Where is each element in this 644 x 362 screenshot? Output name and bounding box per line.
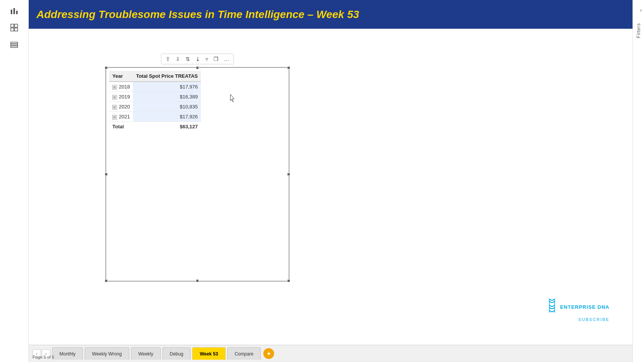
sort-asc-icon[interactable]: ⇧ xyxy=(164,55,171,63)
svg-rect-5 xyxy=(11,28,14,31)
filter-icon[interactable]: ▿ xyxy=(204,55,209,63)
table-row[interactable]: ⊞2020 $10,835 xyxy=(109,102,201,112)
subscribe-button[interactable]: SUBSCRIBE xyxy=(578,317,610,322)
sort-both-icon[interactable]: ⇅ xyxy=(184,55,191,63)
total-label: Total xyxy=(109,122,133,132)
page-number: Page 5 of 6 xyxy=(33,355,54,359)
svg-rect-0 xyxy=(11,10,12,14)
filters-label[interactable]: Filters xyxy=(636,23,641,38)
handle-ml[interactable] xyxy=(105,173,108,176)
tab-bar: ‹ › MonthlyWeekly WrongWeeklyDebugWeek 5… xyxy=(29,345,632,362)
tab-debug[interactable]: Debug xyxy=(163,347,191,360)
tab-weekly[interactable]: Weekly xyxy=(131,347,161,360)
table-row[interactable]: ⊞2021 $17,926 xyxy=(109,112,201,122)
tab-week-53[interactable]: Week 53 xyxy=(192,347,225,360)
page-status: Page 5 of 6 xyxy=(29,353,58,361)
bar-chart-icon[interactable] xyxy=(7,4,21,18)
svg-rect-8 xyxy=(11,44,18,46)
expand-row-icon[interactable]: ⊞ xyxy=(112,115,117,120)
handle-bm[interactable] xyxy=(196,279,199,282)
handle-mr[interactable] xyxy=(287,173,290,176)
value-cell: $17,976 xyxy=(133,82,201,92)
left-sidebar xyxy=(0,0,29,362)
year-cell: ⊞2018 xyxy=(109,82,133,92)
right-sidebar: › Filters xyxy=(632,0,644,362)
col-year[interactable]: Year xyxy=(109,71,133,82)
expand-row-icon[interactable]: ⊞ xyxy=(112,85,117,90)
table-visual[interactable]: ⇧ ⇩ ⇅ ⤓ ▿ ❐ … xyxy=(105,67,289,282)
main-content: Addressing Troublesome Issues in Time In… xyxy=(29,0,632,347)
total-row: Total $63,127 xyxy=(109,122,201,132)
grid-icon[interactable] xyxy=(7,21,21,34)
svg-rect-9 xyxy=(11,46,18,48)
page-title: Addressing Troublesome Issues in Time In… xyxy=(36,8,359,21)
add-tab-button[interactable]: + xyxy=(263,348,274,359)
svg-rect-4 xyxy=(15,24,18,27)
svg-rect-6 xyxy=(15,28,18,31)
svg-rect-7 xyxy=(11,42,18,44)
collapse-icon[interactable]: › xyxy=(640,8,642,13)
logo-area: ENTERPRISE DNA SUBSCRIBE xyxy=(546,298,610,322)
logo-main: ENTERPRISE DNA xyxy=(546,298,610,316)
col-value[interactable]: Total Spot Price TREATAS xyxy=(133,71,201,82)
handle-br[interactable] xyxy=(287,279,290,282)
handle-tr[interactable] xyxy=(287,66,290,69)
table-row[interactable]: ⊞2018 $17,976 xyxy=(109,82,201,92)
data-table: Year Total Spot Price TREATAS ⊞2018 $17,… xyxy=(109,71,201,131)
logo-text: ENTERPRISE DNA xyxy=(560,304,610,310)
year-cell: ⊞2019 xyxy=(109,92,133,102)
layers-icon[interactable] xyxy=(7,38,21,51)
value-cell: $16,389 xyxy=(133,92,201,102)
expand-row-icon[interactable]: ⊞ xyxy=(112,105,117,110)
expand-row-icon[interactable]: ⊞ xyxy=(112,95,117,100)
handle-tm[interactable] xyxy=(196,66,199,69)
download-icon[interactable]: ⤓ xyxy=(194,55,201,63)
year-cell: ⊞2021 xyxy=(109,112,133,122)
year-cell: ⊞2020 xyxy=(109,102,133,112)
svg-rect-1 xyxy=(13,8,15,14)
expand-icon[interactable]: ❐ xyxy=(212,55,220,63)
handle-bl[interactable] xyxy=(105,279,108,282)
canvas-area: ⇧ ⇩ ⇅ ⤓ ▿ ❐ … xyxy=(29,29,632,347)
handle-tl[interactable] xyxy=(105,66,108,69)
dna-icon xyxy=(546,298,558,316)
more-icon[interactable]: … xyxy=(223,55,230,63)
header-banner: Addressing Troublesome Issues in Time In… xyxy=(29,0,632,29)
tab-compare[interactable]: Compare xyxy=(227,347,261,360)
table-row[interactable]: ⊞2019 $16,389 xyxy=(109,92,201,102)
svg-rect-3 xyxy=(11,24,14,27)
tab-weekly-wrong[interactable]: Weekly Wrong xyxy=(85,347,129,360)
visual-toolbar: ⇧ ⇩ ⇅ ⤓ ▿ ❐ … xyxy=(161,54,234,64)
value-cell: $17,926 xyxy=(133,112,201,122)
total-value: $63,127 xyxy=(133,122,201,132)
value-cell: $10,835 xyxy=(133,102,201,112)
svg-rect-2 xyxy=(16,11,18,14)
sort-desc-icon[interactable]: ⇩ xyxy=(174,55,181,63)
